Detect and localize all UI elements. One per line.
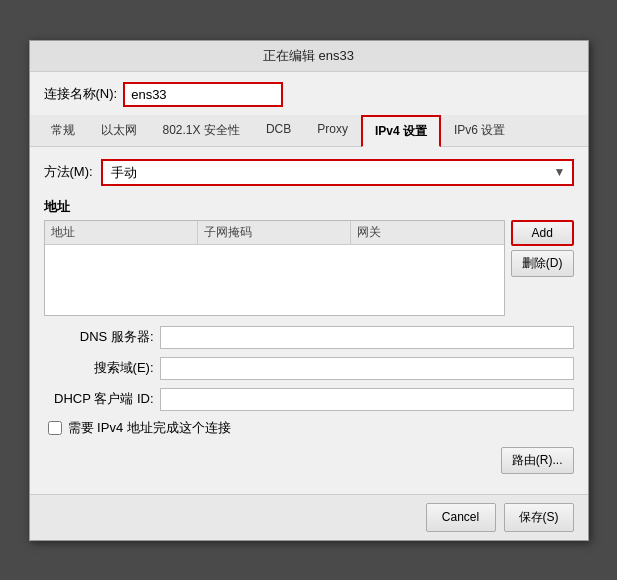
tab-proxy[interactable]: Proxy	[304, 115, 361, 147]
save-button[interactable]: 保存(S)	[504, 503, 574, 532]
address-table-container: 地址 子网掩码 网关 Add 删除(D)	[44, 220, 574, 316]
address-section: 地址 地址 子网掩码 网关 Add 删除(D)	[44, 198, 574, 316]
method-select[interactable]: 自动(DHCP) 手动 本地链路 共享到其他计算机 禁用	[103, 161, 572, 184]
dhcp-input[interactable]	[160, 388, 574, 411]
address-table-header: 地址 子网掩码 网关	[45, 221, 504, 245]
dns-row: DNS 服务器:	[44, 326, 574, 349]
search-input[interactable]	[160, 357, 574, 380]
add-button[interactable]: Add	[511, 220, 574, 246]
connection-name-input[interactable]	[123, 82, 283, 107]
tab-ipv6[interactable]: IPv6 设置	[441, 115, 518, 147]
tab-ethernet[interactable]: 以太网	[88, 115, 150, 147]
search-label: 搜索域(E):	[44, 359, 154, 377]
connection-name-label: 连接名称(N):	[44, 85, 118, 103]
tab-dcb[interactable]: DCB	[253, 115, 304, 147]
table-buttons: Add 删除(D)	[511, 220, 574, 316]
tabs: 常规 以太网 802.1X 安全性 DCB Proxy IPv4 设置 IPv6…	[30, 115, 588, 147]
tab-8021x[interactable]: 802.1X 安全性	[150, 115, 253, 147]
route-button[interactable]: 路由(R)...	[501, 447, 574, 474]
dns-label: DNS 服务器:	[44, 328, 154, 346]
dhcp-row: DHCP 客户端 ID:	[44, 388, 574, 411]
tab-normal[interactable]: 常规	[38, 115, 88, 147]
method-select-wrapper: 自动(DHCP) 手动 本地链路 共享到其他计算机 禁用 ▼	[101, 159, 574, 186]
ipv4-required-label: 需要 IPv4 地址完成这个连接	[68, 419, 231, 437]
content-area: 方法(M): 自动(DHCP) 手动 本地链路 共享到其他计算机 禁用 ▼ 地址…	[30, 147, 588, 494]
address-section-label: 地址	[44, 198, 574, 216]
dhcp-label: DHCP 客户端 ID:	[44, 390, 154, 408]
col-gateway: 网关	[351, 221, 503, 244]
col-address: 地址	[45, 221, 198, 244]
connection-name-row: 连接名称(N):	[30, 72, 588, 115]
ipv4-required-row: 需要 IPv4 地址完成这个连接	[44, 419, 574, 437]
route-row: 路由(R)...	[44, 447, 574, 474]
ipv4-required-checkbox[interactable]	[48, 421, 62, 435]
method-row: 方法(M): 自动(DHCP) 手动 本地链路 共享到其他计算机 禁用 ▼	[44, 159, 574, 186]
dialog-title: 正在编辑 ens33	[263, 48, 354, 63]
cancel-button[interactable]: Cancel	[426, 503, 496, 532]
tab-ipv4[interactable]: IPv4 设置	[361, 115, 441, 147]
address-table: 地址 子网掩码 网关	[44, 220, 505, 316]
method-label: 方法(M):	[44, 163, 93, 181]
dialog: 正在编辑 ens33 连接名称(N): 常规 以太网 802.1X 安全性 DC…	[29, 40, 589, 541]
search-row: 搜索域(E):	[44, 357, 574, 380]
address-table-body	[45, 245, 504, 315]
title-bar: 正在编辑 ens33	[30, 41, 588, 72]
dns-input[interactable]	[160, 326, 574, 349]
delete-button[interactable]: 删除(D)	[511, 250, 574, 277]
footer: Cancel 保存(S)	[30, 494, 588, 540]
col-subnet: 子网掩码	[198, 221, 351, 244]
